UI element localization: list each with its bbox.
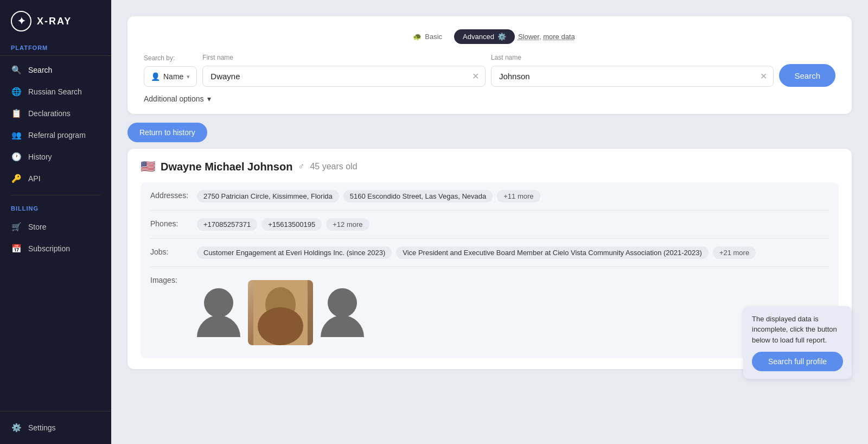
api-icon: 🔑 [11, 173, 22, 184]
profile-header: 🇺🇸 Dwayne Michael Johnson ♂ 45 years old [141, 160, 839, 174]
addresses-label: Addresses: [150, 190, 188, 200]
first-name-label: First name [202, 54, 486, 61]
billing-label: Billing [0, 201, 111, 216]
avatar-body-1 [197, 315, 240, 337]
photo-thumbnail[interactable] [248, 280, 313, 345]
search-full-profile-button[interactable]: Search full profile [752, 352, 843, 371]
last-name-wrapper: ✕ [491, 66, 774, 87]
addresses-row: Addresses: 2750 Patrician Circle, Kissim… [150, 182, 829, 211]
sidebar-item-russian-search[interactable]: 🌐 Russian Search [0, 81, 111, 103]
logo-text: X-RAY [37, 16, 72, 27]
logo-icon: ✦ [11, 11, 31, 31]
subscription-icon: 📅 [11, 243, 22, 254]
additional-options[interactable]: Additional options ▾ [144, 94, 835, 103]
sidebar-item-subscription-label: Subscription [28, 244, 70, 253]
platform-label: Platform [0, 45, 111, 56]
images-row: Images: [150, 267, 829, 358]
first-name-wrapper: ✕ [202, 66, 486, 87]
sidebar-item-history[interactable]: 🕐 History [0, 146, 111, 168]
sidebar-item-declarations-label: Declarations [28, 109, 71, 118]
basic-mode-icon: 🐢 [413, 33, 422, 41]
jobs-label: Jobs: [150, 246, 188, 256]
sidebar-item-settings[interactable]: ⚙️ Settings [0, 417, 111, 439]
additional-options-label: Additional options [144, 94, 204, 103]
last-name-input[interactable] [491, 66, 774, 87]
phone-more-tag[interactable]: +12 more [326, 218, 369, 231]
sidebar-item-search-label: Search [28, 66, 52, 74]
first-name-input[interactable] [202, 66, 486, 87]
avatar-placeholder-1 [197, 288, 240, 337]
advanced-mode-icon: ⚙️ [497, 33, 506, 41]
history-icon: 🕐 [11, 151, 22, 162]
flag-icon: 🇺🇸 [141, 160, 155, 174]
address-tag-0: 2750 Patrician Circle, Kissimmee, Florid… [197, 190, 339, 202]
return-to-history-button[interactable]: Return to history [127, 123, 207, 142]
first-name-group: First name ✕ [202, 54, 486, 87]
address-more-tag[interactable]: +11 more [497, 190, 540, 202]
sidebar-item-referral[interactable]: 👥 Referral program [0, 124, 111, 146]
search-card: 🐢 Basic Advanced ⚙️ Slower, more data Se… [127, 16, 852, 114]
svg-point-2 [258, 307, 303, 345]
sidebar-bottom: ⚙️ Settings [0, 411, 111, 444]
basic-mode-label: Basic [425, 33, 442, 41]
logo-symbol: ✦ [17, 15, 25, 27]
store-icon: 🛒 [11, 221, 22, 232]
first-name-clear-button[interactable]: ✕ [471, 71, 480, 82]
last-name-group: Last name ✕ [491, 54, 774, 87]
profile-age: 45 years old [310, 162, 357, 172]
sidebar-item-search[interactable]: 🔍 Search [0, 59, 111, 81]
job-tag-0: Customer Engagement at Everi Holdings In… [197, 246, 392, 259]
last-name-clear-button[interactable]: ✕ [759, 71, 768, 82]
sidebar-item-history-label: History [28, 153, 52, 161]
sidebar-item-api[interactable]: 🔑 API [0, 168, 111, 189]
images-label: Images: [150, 275, 188, 284]
settings-icon: ⚙️ [11, 422, 22, 433]
phones-tags: +17085257371 +15613500195 +12 more [197, 218, 369, 231]
sidebar-item-store-label: Store [28, 223, 46, 231]
tooltip-text: The displayed data is incomplete, click … [752, 314, 843, 346]
sidebar-item-store[interactable]: 🛒 Store [0, 216, 111, 238]
photo-inner [248, 280, 313, 345]
basic-mode-button[interactable]: 🐢 Basic [404, 29, 451, 44]
sidebar-item-declarations[interactable]: 📋 Declarations [0, 103, 111, 124]
last-name-label: Last name [491, 54, 774, 61]
phone-tag-0: +17085257371 [197, 218, 257, 231]
chevron-down-icon: ▾ [207, 94, 211, 103]
logo: ✦ X-RAY [0, 0, 111, 45]
sidebar-item-referral-label: Referral program [28, 131, 86, 139]
avatar-placeholder-2 [321, 288, 364, 337]
addresses-tags: 2750 Patrician Circle, Kissimmee, Florid… [197, 190, 540, 202]
sidebar-item-subscription[interactable]: 📅 Subscription [0, 238, 111, 259]
job-more-tag[interactable]: +21 more [713, 246, 756, 259]
advanced-mode-label: Advanced [463, 33, 494, 41]
search-button[interactable]: Search [779, 64, 835, 87]
sidebar-divider [11, 195, 100, 195]
job-tag-1: Vice President and Executive Board Membe… [396, 246, 709, 259]
address-tag-1: 5160 Escondido Street, Las Vegas, Nevada [343, 190, 493, 202]
globe-icon: 🌐 [11, 86, 22, 97]
search-by-label: Search by: [144, 54, 197, 62]
avatar-body-2 [321, 315, 364, 337]
search-mode-toggle: 🐢 Basic Advanced ⚙️ Slower, more data [144, 29, 835, 44]
mode-description: Slower, more data [518, 33, 575, 41]
tooltip-card: The displayed data is incomplete, click … [743, 306, 852, 379]
images-container [197, 275, 364, 351]
phone-tag-1: +15613500195 [261, 218, 322, 231]
advanced-mode-button[interactable]: Advanced ⚙️ [454, 29, 515, 44]
sidebar: ✦ X-RAY Platform 🔍 Search 🌐 Russian Sear… [0, 0, 111, 444]
avatar-head-1 [204, 288, 233, 318]
search-icon: 🔍 [11, 65, 22, 75]
chevron-down-icon: ▾ [187, 73, 190, 80]
search-by-dropdown[interactable]: 👤 Name ▾ [144, 66, 197, 87]
referral-icon: 👥 [11, 130, 22, 141]
declarations-icon: 📋 [11, 108, 22, 119]
phones-row: Phones: +17085257371 +15613500195 +12 mo… [150, 211, 829, 239]
avatar-head-2 [328, 288, 357, 318]
sidebar-item-settings-label: Settings [28, 423, 56, 432]
sidebar-item-russian-search-label: Russian Search [28, 87, 82, 96]
jobs-tags: Customer Engagement at Everi Holdings In… [197, 246, 756, 259]
person-icon: 👤 [151, 72, 160, 81]
mode-highlight: more data [543, 33, 575, 41]
search-by-value: Name [163, 72, 183, 81]
search-row: Search by: 👤 Name ▾ First name ✕ Last na… [144, 54, 835, 87]
